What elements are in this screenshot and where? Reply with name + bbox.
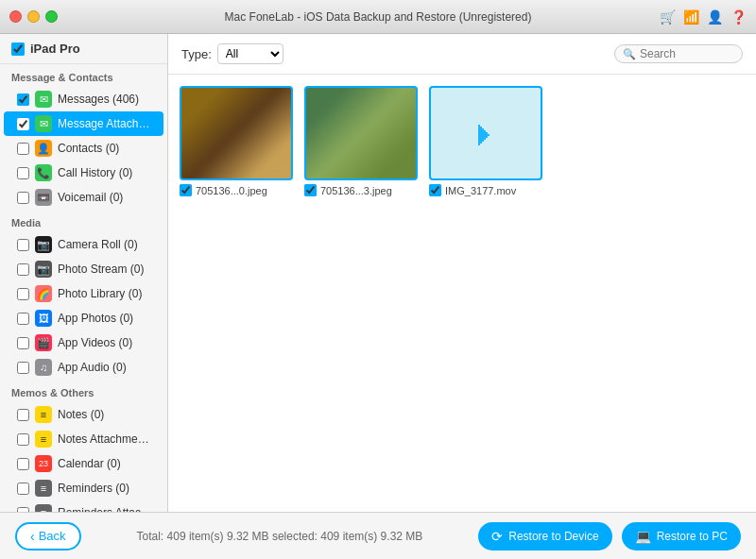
back-button[interactable]: ‹ Back (15, 522, 81, 551)
sidebar-icon-photo-stream: 📷 (35, 261, 52, 278)
back-arrow-icon: ‹ (30, 529, 35, 544)
sidebar-item-notes[interactable]: ≡Notes (0) (4, 402, 163, 427)
type-label: Type: (181, 47, 212, 61)
sidebar-checkbox-notes[interactable] (17, 409, 29, 421)
sidebar-checkbox-camera-roll[interactable] (17, 239, 29, 251)
cart-icon[interactable]: 🛒 (660, 9, 676, 25)
sidebar-label-app-videos: App Videos (0) (58, 336, 132, 349)
sidebar-item-call-history[interactable]: 📞Call History (0) (4, 161, 163, 185)
sidebar-icon-app-photos: 🖼 (35, 310, 52, 327)
minimize-button[interactable] (27, 10, 40, 23)
sidebar-item-app-videos[interactable]: 🎬App Videos (0) (4, 330, 163, 355)
device-row: iPad Pro (0, 34, 167, 64)
device-checkbox[interactable] (11, 42, 25, 56)
sidebar-label-messages: Messages (406) (58, 93, 139, 106)
sidebar-checkbox-voicemail[interactable] (17, 192, 29, 204)
sidebar-section-title: Message & Contacts (0, 64, 167, 87)
sidebar-icon-notes: ≡ (35, 406, 52, 423)
device-label: iPad Pro (30, 42, 80, 56)
sidebar-checkbox-app-audio[interactable] (17, 362, 29, 374)
sidebar-icon-camera-roll: 📷 (35, 236, 52, 253)
sidebar-icon-call-history: 📞 (35, 164, 52, 181)
sidebar-label-notes: Notes (0) (58, 408, 104, 421)
media-item-img2[interactable]: 705136...3.jpeg (304, 86, 418, 196)
sidebar-item-photo-library[interactable]: 🌈Photo Library (0) (4, 281, 163, 306)
sidebar-label-reminders-attachments: Reminders Attachme... (58, 506, 154, 512)
help-icon[interactable]: ❓ (730, 9, 747, 25)
sidebar-icon-reminders: ≡ (35, 480, 52, 497)
sidebar-checkbox-photo-library[interactable] (17, 288, 29, 300)
sidebar-checkbox-app-photos[interactable] (17, 313, 29, 325)
restore-pc-button[interactable]: 💻 Restore to PC (622, 522, 741, 551)
sidebar-checkbox-photo-stream[interactable] (17, 263, 29, 276)
media-checkbox-img2[interactable] (304, 184, 317, 196)
sidebar-icon-voicemail: 📼 (35, 189, 52, 206)
sidebar-label-contacts: Contacts (0) (58, 142, 119, 155)
sidebar-checkbox-messages[interactable] (17, 93, 29, 106)
sidebar-checkbox-contacts[interactable] (17, 143, 29, 155)
sidebar-item-calendar[interactable]: 23Calendar (0) (4, 451, 163, 476)
sidebar-icon-contacts: 👤 (35, 140, 52, 157)
sidebar-icon-reminders-attachments: ≡ (35, 504, 52, 512)
media-item-img1[interactable]: 705136...0.jpeg (180, 86, 293, 196)
sidebar-label-app-photos: App Photos (0) (58, 312, 133, 325)
sidebar-item-notes-attachments[interactable]: ≡Notes Attachments (0) (4, 427, 163, 451)
sidebar-item-contacts[interactable]: 👤Contacts (0) (4, 136, 163, 161)
status-text: Total: 409 item(s) 9.32 MB selected: 409… (137, 530, 423, 543)
wifi-icon: 📶 (683, 9, 699, 25)
restore-device-icon: ⟳ (491, 529, 503, 544)
sidebar-checkbox-message-attachment[interactable] (17, 118, 29, 130)
back-label: Back (39, 529, 66, 543)
sidebar-label-call-history: Call History (0) (58, 166, 132, 179)
action-buttons: ⟳ Restore to Device 💻 Restore to PC (478, 522, 741, 551)
sidebar: iPad Pro Message & Contacts✉Messages (40… (0, 34, 168, 512)
sidebar-item-camera-roll[interactable]: 📷Camera Roll (0) (4, 232, 163, 257)
sidebar-item-photo-stream[interactable]: 📷Photo Stream (0) (4, 257, 163, 281)
user-icon[interactable]: 👤 (707, 9, 723, 25)
sidebar-checkbox-calendar[interactable] (17, 458, 29, 470)
sidebar-label-message-attachment: Message Attachment... (58, 117, 154, 130)
sidebar-icon-messages: ✉ (35, 91, 52, 108)
sidebar-item-message-attachment[interactable]: ✉Message Attachment... (4, 111, 163, 136)
sidebar-checkbox-app-videos[interactable] (17, 337, 29, 349)
sidebar-item-reminders-attachments[interactable]: ≡Reminders Attachme... (4, 500, 163, 512)
close-button[interactable] (9, 10, 22, 23)
sidebar-checkbox-reminders-attachments[interactable] (17, 507, 29, 513)
sidebar-label-notes-attachments: Notes Attachments (0) (58, 432, 154, 446)
media-checkbox-img1[interactable] (180, 184, 192, 196)
sidebar-sections: Message & Contacts✉Messages (406)✉Messag… (0, 64, 167, 512)
sidebar-item-reminders[interactable]: ≡Reminders (0) (4, 476, 163, 500)
media-checkbox-vid1[interactable] (429, 184, 441, 196)
media-label-img1: 705136...0.jpeg (196, 185, 267, 196)
search-box[interactable]: 🔍 (614, 44, 743, 63)
sidebar-checkbox-notes-attachments[interactable] (17, 433, 29, 446)
restore-device-button[interactable]: ⟳ Restore to Device (478, 522, 611, 551)
bottom-bar: ‹ Back Total: 409 item(s) 9.32 MB select… (0, 512, 756, 559)
window-controls[interactable] (9, 10, 58, 23)
sidebar-item-app-photos[interactable]: 🖼App Photos (0) (4, 306, 163, 330)
sidebar-checkbox-call-history[interactable] (17, 167, 29, 179)
media-thumb-img1 (180, 86, 293, 180)
media-item-vid1[interactable]: ⏵IMG_3177.mov (429, 86, 542, 196)
media-label-img2: 705136...3.jpeg (320, 185, 392, 196)
sidebar-icon-app-audio: ♫ (35, 359, 52, 376)
sidebar-checkbox-reminders[interactable] (17, 483, 29, 495)
sidebar-icon-app-videos: 🎬 (35, 334, 52, 351)
restore-pc-icon: 💻 (635, 529, 651, 544)
search-input[interactable] (640, 47, 734, 60)
maximize-button[interactable] (45, 10, 58, 23)
sidebar-label-app-audio: App Audio (0) (58, 361, 127, 374)
titlebar-action-icons: 🛒 📶 👤 ❓ (660, 9, 747, 25)
sidebar-item-messages[interactable]: ✉Messages (406) (4, 87, 163, 111)
sidebar-section-title: Media (0, 210, 167, 232)
sidebar-item-voicemail[interactable]: 📼Voicemail (0) (4, 185, 163, 210)
sidebar-icon-photo-library: 🌈 (35, 285, 52, 302)
sidebar-label-camera-roll: Camera Roll (0) (58, 238, 138, 251)
sidebar-label-voicemail: Voicemail (0) (58, 191, 123, 204)
play-icon: ⏵ (431, 88, 541, 178)
type-dropdown[interactable]: AllImagesVideos (217, 43, 284, 64)
sidebar-section-title: Memos & Others (0, 380, 167, 402)
search-icon: 🔍 (623, 48, 636, 60)
app-title: Mac FoneLab - iOS Data Backup and Restor… (225, 10, 532, 24)
sidebar-item-app-audio[interactable]: ♫App Audio (0) (4, 355, 163, 380)
